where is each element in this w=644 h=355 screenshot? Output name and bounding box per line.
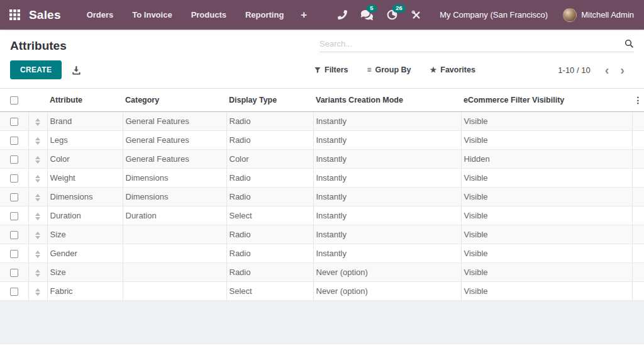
cell-category[interactable]: Dimensions [123,188,226,206]
cell-attribute[interactable]: Dimensions [47,188,123,206]
cell-category[interactable]: Duration [123,206,226,225]
filters-button[interactable]: Filters [314,65,348,74]
cell-display-type[interactable]: Color [226,150,313,169]
drag-handle-icon[interactable] [35,175,40,183]
row-checkbox[interactable] [10,288,18,296]
cell-ecommerce-filter-visibility[interactable]: Hidden [461,150,632,169]
table-row[interactable]: Gender Radio Instantly Visible [0,244,644,263]
cell-display-type[interactable]: Radio [226,169,313,188]
row-checkbox[interactable] [10,174,18,183]
cell-display-type[interactable]: Radio [226,263,313,282]
column-header-variants-creation-mode[interactable]: Variants Creation Mode [313,89,461,112]
activities-button[interactable]: 26 [380,0,404,30]
cell-attribute[interactable]: Legs [47,131,123,150]
pager-next-button[interactable]: › [614,64,630,76]
drag-handle-icon[interactable] [35,156,40,164]
menu-orders[interactable]: Orders [77,0,123,30]
cell-ecommerce-filter-visibility[interactable]: Visible [461,169,632,188]
drag-handle-icon[interactable] [35,118,40,126]
cell-attribute[interactable]: Size [47,263,123,282]
menu-to-invoice[interactable]: To Invoice [123,0,181,30]
menu-reporting[interactable]: Reporting [236,0,293,30]
cell-ecommerce-filter-visibility[interactable]: Visible [461,263,632,282]
export-download-icon[interactable] [72,65,81,75]
table-row[interactable]: Fabric Select Never (option) Visible [0,282,644,301]
group-by-button[interactable]: ≡ Group By [367,65,411,74]
cell-category[interactable]: General Features [123,112,226,131]
apps-menu-button[interactable] [0,0,29,30]
cell-attribute[interactable]: Fabric [47,282,123,301]
tools-button[interactable] [404,0,428,30]
cell-display-type[interactable]: Radio [226,244,313,263]
table-row[interactable]: Size Radio Instantly Visible [0,225,644,244]
cell-ecommerce-filter-visibility[interactable]: Visible [461,188,632,206]
cell-variants-creation-mode[interactable]: Instantly [313,188,461,206]
column-header-attribute[interactable]: Attribute [47,89,123,112]
cell-variants-creation-mode[interactable]: Instantly [313,131,461,150]
cell-category[interactable]: Dimensions [123,169,226,188]
cell-category[interactable] [123,225,226,244]
row-checkbox[interactable] [10,193,18,201]
row-checkbox[interactable] [10,118,18,126]
cell-category[interactable] [123,244,226,263]
row-checkbox[interactable] [10,269,18,277]
voip-phone-button[interactable] [331,0,354,30]
user-menu[interactable]: Mitchell Admin [559,8,644,22]
cell-attribute[interactable]: Color [47,150,123,169]
create-button[interactable]: CREATE [10,60,62,79]
cell-variants-creation-mode[interactable]: Instantly [313,206,461,225]
cell-display-type[interactable]: Radio [226,112,313,131]
cell-display-type[interactable]: Select [226,206,313,225]
cell-ecommerce-filter-visibility[interactable]: Visible [461,131,632,150]
drag-handle-icon[interactable] [35,137,40,145]
cell-variants-creation-mode[interactable]: Instantly [313,112,461,131]
drag-handle-icon[interactable] [35,269,40,277]
cell-attribute[interactable]: Duration [47,206,123,225]
row-checkbox[interactable] [10,155,18,164]
pager-previous-button[interactable]: ‹ [599,64,615,76]
cell-category[interactable] [123,263,226,282]
cell-variants-creation-mode[interactable]: Instantly [313,244,461,263]
cell-ecommerce-filter-visibility[interactable]: Visible [461,225,632,244]
cell-ecommerce-filter-visibility[interactable]: Visible [461,206,632,225]
search-icon[interactable] [625,39,634,48]
cell-ecommerce-filter-visibility[interactable]: Visible [461,244,632,263]
column-header-display-type[interactable]: Display Type [226,89,313,112]
cell-display-type[interactable]: Select [226,282,313,301]
drag-handle-icon[interactable] [35,232,40,239]
cell-category[interactable] [123,282,226,301]
row-checkbox[interactable] [10,231,18,239]
cell-attribute[interactable]: Weight [47,169,123,188]
cell-ecommerce-filter-visibility[interactable]: Visible [461,112,632,131]
select-all-checkbox[interactable] [10,96,18,104]
row-checkbox[interactable] [10,137,18,145]
search-input[interactable] [319,39,625,48]
cell-variants-creation-mode[interactable]: Instantly [313,150,461,169]
menu-products[interactable]: Products [182,0,236,30]
pager-value[interactable]: 1-10 / 10 [558,65,590,75]
cell-category[interactable]: General Features [123,131,226,150]
messages-button[interactable]: 5 [354,0,380,30]
table-row[interactable]: Duration Duration Select Instantly Visib… [0,206,644,225]
cell-attribute[interactable]: Gender [47,244,123,263]
table-row[interactable]: Size Radio Never (option) Visible [0,263,644,282]
table-row[interactable]: Legs General Features Radio Instantly Vi… [0,131,644,150]
optional-columns-toggle-icon[interactable]: ⋮ [634,95,643,105]
cell-variants-creation-mode[interactable]: Never (option) [313,263,461,282]
cell-display-type[interactable]: Radio [226,131,313,150]
cell-display-type[interactable]: Radio [226,188,313,206]
cell-display-type[interactable]: Radio [226,225,313,244]
drag-handle-icon[interactable] [35,288,40,296]
column-header-ecommerce-filter-visibility[interactable]: eCommerce Filter Visibility [461,89,632,112]
menu-plus-button[interactable]: + [293,0,314,30]
cell-category[interactable]: General Features [123,150,226,169]
row-checkbox[interactable] [10,250,18,258]
table-row[interactable]: Brand General Features Radio Instantly V… [0,112,644,131]
search-box[interactable] [319,39,634,52]
drag-handle-icon[interactable] [35,251,40,258]
cell-ecommerce-filter-visibility[interactable]: Visible [461,282,632,301]
cell-variants-creation-mode[interactable]: Instantly [313,169,461,188]
drag-handle-icon[interactable] [35,194,40,201]
drag-handle-icon[interactable] [35,213,40,220]
cell-variants-creation-mode[interactable]: Never (option) [313,282,461,301]
